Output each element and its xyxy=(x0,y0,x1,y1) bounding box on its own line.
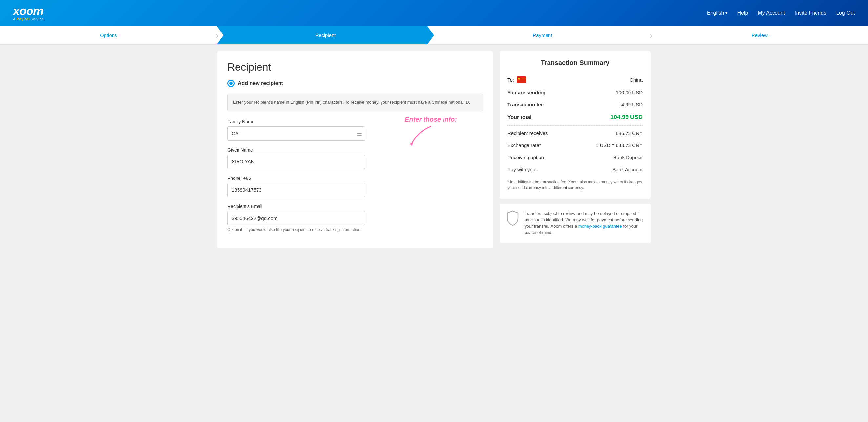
receiving-option-value: Bank Deposit xyxy=(614,155,643,160)
step-recipient[interactable]: Recipient xyxy=(217,26,434,44)
pay-with-value: Bank Account xyxy=(613,167,643,172)
transaction-fee-row: Transaction fee 4.99 USD xyxy=(507,98,643,111)
to-country-value: China xyxy=(630,77,643,83)
transaction-fee-label: Transaction fee xyxy=(507,102,544,107)
money-back-link[interactable]: money-back guarantee xyxy=(578,224,622,229)
summary-divider xyxy=(507,125,643,126)
invite-friends-link[interactable]: Invite Friends xyxy=(795,10,826,16)
exchange-rate-row: Exchange rate* 1 USD = 6.8673 CNY xyxy=(507,139,643,151)
family-name-input[interactable] xyxy=(227,126,365,141)
your-total-row: Your total 104.99 USD xyxy=(507,111,643,124)
help-link[interactable]: Help xyxy=(737,10,748,16)
your-total-label: Your total xyxy=(507,115,531,120)
right-panel: Transaction Summary To: China You are se… xyxy=(500,51,651,248)
logo-area: xoom A PayPal Service xyxy=(13,5,44,21)
pay-with-label: Pay with your xyxy=(507,167,537,172)
step-options[interactable]: Options xyxy=(0,26,217,44)
email-label: Recipient's Email xyxy=(227,204,483,209)
china-flag-icon xyxy=(517,77,526,83)
left-panel: Recipient Add new recipient Enter your r… xyxy=(217,51,493,248)
english-dropdown[interactable]: English xyxy=(707,10,727,16)
security-text: Transfers subject to review and may be d… xyxy=(525,210,644,236)
svg-marker-0 xyxy=(410,143,413,146)
security-box: Transfers subject to review and may be d… xyxy=(500,204,651,242)
transaction-fee-value: 4.99 USD xyxy=(621,102,643,107)
recipient-receives-label: Recipient receives xyxy=(507,130,548,136)
page-title: Recipient xyxy=(227,61,483,73)
family-name-wrapper: ⚌ xyxy=(227,126,365,141)
arrow-annotation xyxy=(405,125,438,148)
receiving-option-label: Receiving option xyxy=(507,155,544,160)
radio-inner xyxy=(229,82,232,85)
contact-book-icon: ⚌ xyxy=(356,130,362,137)
given-name-input[interactable] xyxy=(227,155,365,169)
shield-icon xyxy=(506,210,519,231)
phone-input[interactable] xyxy=(227,183,365,197)
nav-links: English Help My Account Invite Friends L… xyxy=(707,10,855,16)
given-name-group: Given Name xyxy=(227,147,483,169)
email-group: Recipient's Email Optional - If you woul… xyxy=(227,204,483,232)
xoom-logo: xoom xyxy=(13,5,43,17)
email-optional-text: Optional - If you would also like your r… xyxy=(227,228,483,232)
add-recipient-radio[interactable] xyxy=(227,80,235,87)
annotation-container: Enter those info: xyxy=(405,116,457,148)
to-row: To: China xyxy=(507,73,643,86)
enter-those-info-text: Enter those info: xyxy=(405,116,457,123)
given-name-label: Given Name xyxy=(227,147,483,153)
exchange-rate-label: Exchange rate* xyxy=(507,143,541,148)
progress-bar: Options Recipient Payment Review xyxy=(0,26,868,44)
email-input[interactable] xyxy=(227,211,365,225)
header: xoom A PayPal Service English Help My Ac… xyxy=(0,0,868,26)
phone-label: Phone: +86 xyxy=(227,176,483,181)
summary-title: Transaction Summary xyxy=(507,59,643,67)
my-account-link[interactable]: My Account xyxy=(758,10,785,16)
step-review[interactable]: Review xyxy=(651,26,868,44)
transaction-summary: Transaction Summary To: China You are se… xyxy=(500,51,651,199)
you-are-sending-value: 100.00 USD xyxy=(616,90,643,95)
add-recipient-row: Add new recipient xyxy=(227,80,483,87)
summary-footnote: * In addition to the transaction fee, Xo… xyxy=(507,180,643,191)
receiving-option-row: Receiving option Bank Deposit xyxy=(507,151,643,163)
recipient-receives-row: Recipient receives 686.73 CNY xyxy=(507,127,643,139)
you-are-sending-row: You are sending 100.00 USD xyxy=(507,86,643,98)
main-content: Recipient Add new recipient Enter your r… xyxy=(205,44,663,255)
exchange-rate-value: 1 USD = 6.8673 CNY xyxy=(596,143,643,148)
add-recipient-label: Add new recipient xyxy=(238,81,283,86)
you-are-sending-label: You are sending xyxy=(507,90,546,95)
step-payment[interactable]: Payment xyxy=(434,26,651,44)
to-label-with-flag: To: xyxy=(507,77,526,83)
info-box: Enter your recipient's name in English (… xyxy=(227,93,483,111)
log-out-link[interactable]: Log Out xyxy=(836,10,855,16)
phone-group: Phone: +86 xyxy=(227,176,483,197)
recipient-receives-value: 686.73 CNY xyxy=(616,130,643,136)
your-total-value: 104.99 USD xyxy=(611,114,643,121)
pay-with-row: Pay with your Bank Account xyxy=(507,163,643,176)
paypal-tagline: A PayPal Service xyxy=(13,17,44,21)
to-label: To: xyxy=(507,77,514,83)
